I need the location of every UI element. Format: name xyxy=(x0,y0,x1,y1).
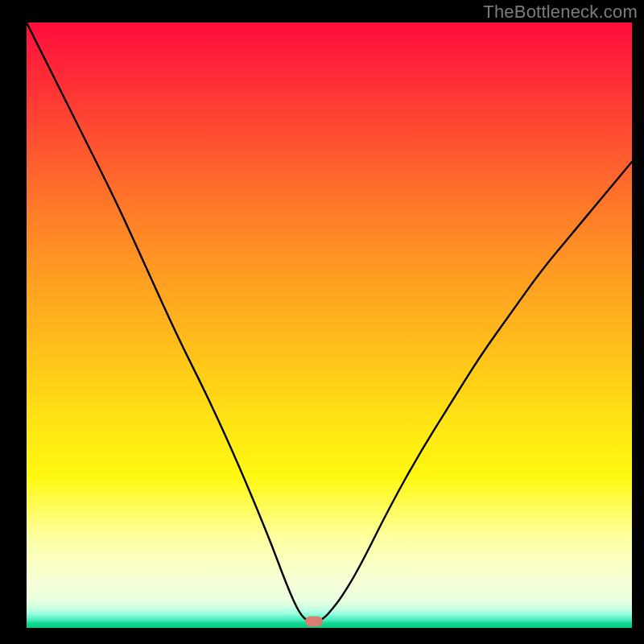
plot-area xyxy=(27,23,632,628)
bottleneck-curve xyxy=(27,23,632,628)
optimal-marker xyxy=(305,617,323,627)
watermark-text: TheBottleneck.com xyxy=(483,2,638,23)
chart-frame: TheBottleneck.com xyxy=(0,0,644,644)
